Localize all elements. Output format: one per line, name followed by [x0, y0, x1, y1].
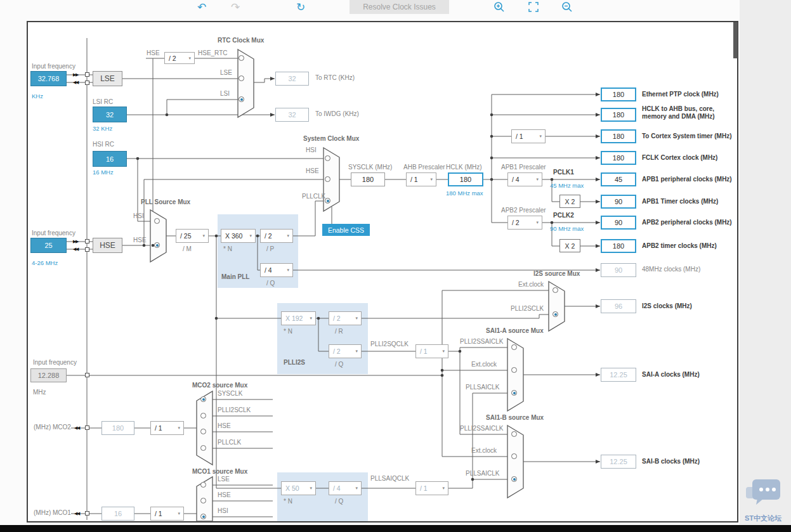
plli2s-q-label: / Q [335, 361, 343, 368]
pllsai-div-q-dropdown[interactable]: / 4▾ [329, 481, 362, 495]
hse-frequency-input[interactable]: 25 [30, 238, 67, 253]
redo-icon[interactable]: ↷ [229, 1, 242, 13]
i2s-extclock-label: Ext.clock [518, 281, 544, 288]
mco2-source-mux-title: MCO2 source Mux [192, 382, 247, 389]
mco2-value-box: 180 [101, 421, 134, 435]
pllsai-mul-n-value: X 50 [285, 484, 299, 492]
sai1a-radio-plli2ssaiclk[interactable] [511, 344, 517, 350]
i2smux-radio-extclock[interactable] [552, 287, 558, 293]
sai1b-radio-plli2ssaiclk[interactable] [511, 431, 517, 437]
mco2-hse-label: HSE [218, 422, 231, 429]
pllsai-mul-n-dropdown[interactable]: X 50▾ [281, 481, 316, 495]
pll-n-label: * N [223, 245, 232, 252]
lse-unit-label: KHz [32, 93, 43, 100]
hclk-max-label: 180 MHz max [446, 190, 483, 197]
rtc-hse-divider-value: / 2 [169, 55, 176, 62]
hclk-ahb-label-line2: memory and DMA (MHz) [642, 113, 715, 120]
forum-watermark-icon [743, 477, 783, 510]
bus-pin [85, 239, 89, 243]
pllsai-q-label: / Q [335, 498, 343, 505]
i2s-ckin-frequency-input[interactable]: 12.288 [30, 368, 67, 382]
cortex-timer-divider-dropdown[interactable]: / 1▾ [511, 129, 546, 143]
refresh-icon[interactable]: ↻ [294, 1, 307, 13]
bus-pin [85, 511, 89, 516]
i2smux-radio-plli2sclk[interactable] [552, 311, 558, 317]
pll-div-m-dropdown[interactable]: / 25▾ [176, 229, 209, 243]
pll-mul-n-dropdown[interactable]: X 360▾ [221, 229, 256, 243]
chevron-down-icon: ▾ [355, 486, 358, 491]
pll-q-label: / Q [266, 280, 275, 287]
undo-icon[interactable]: ↶ [195, 1, 208, 13]
plli2s-div-q-dropdown[interactable]: / 2▾ [329, 344, 362, 358]
sai1a-radio-pllsaiclk[interactable] [511, 390, 517, 396]
lse-source-box: LSE [93, 71, 122, 86]
sai1b-radio-pllsaiclk[interactable] [511, 476, 517, 482]
plli2sq-divider-dropdown[interactable]: / 1▾ [415, 344, 448, 358]
mco2-divider-dropdown[interactable]: / 1▾ [150, 421, 184, 435]
system-clock-mux-title: System Clock Mux [303, 135, 359, 142]
clk48-value-box: 90 [601, 263, 636, 277]
sysmux-radio-hse[interactable] [325, 176, 330, 182]
plli2s-div-r-dropdown[interactable]: / 2▾ [329, 311, 362, 325]
zoom-in-icon[interactable] [493, 1, 506, 13]
pll-div-q-dropdown[interactable]: / 4▾ [260, 263, 293, 277]
sysmux-radio-hsi[interactable] [325, 155, 330, 161]
rtc-hse-divider-dropdown[interactable]: / 2▾ [164, 52, 195, 64]
pllsaiq-divider-dropdown[interactable]: / 1▾ [415, 481, 448, 495]
mco1-radio-lse[interactable] [200, 482, 206, 488]
pllsai-panel [277, 472, 368, 521]
pllmux-radio-hse[interactable] [154, 242, 160, 248]
pll-div-p-dropdown[interactable]: / 2▾ [260, 229, 293, 243]
mco2-radio-plli2sclk[interactable] [200, 413, 206, 418]
mco1-radio-hse[interactable] [200, 498, 206, 503]
mco2-plli2sclk-label: PLLI2SCLK [218, 406, 251, 413]
sysmux-radio-pllclk[interactable] [325, 198, 330, 204]
pllsaiq-divider-value: / 1 [420, 484, 428, 492]
i2s-ckin-unit-label: MHz [33, 389, 46, 396]
plli2s-r-label: / R [335, 328, 343, 335]
hclk-ahb-value-box: 180 [601, 108, 636, 122]
lsi-unit-label: 32 KHz [93, 125, 112, 132]
enable-css-button[interactable]: Enable CSS [322, 224, 370, 236]
plli2s-mul-n-dropdown[interactable]: X 192▾ [281, 311, 316, 325]
ahb-prescaler-dropdown[interactable]: / 1▾ [406, 172, 436, 186]
chevron-down-icon: ▾ [310, 316, 312, 321]
apb2-prescaler-dropdown[interactable]: / 2▾ [507, 216, 542, 230]
pllmux-hse-label: HSE [133, 237, 147, 243]
right-margin [740, 0, 791, 525]
pll-m-label: / M [183, 245, 192, 252]
zoom-out-icon[interactable] [561, 1, 573, 13]
mco2-radio-pllclk[interactable] [200, 445, 206, 451]
rtc-mux-radio-lse[interactable] [239, 75, 244, 81]
hclk-value-box[interactable]: 180 [448, 172, 483, 186]
mco2-radio-sysclk[interactable] [200, 396, 206, 402]
hse-rtc-label: HSE_RTC [198, 49, 228, 56]
pll-source-mux-title: PLL Source Mux [141, 198, 190, 205]
mco2-radio-hse[interactable] [200, 429, 206, 434]
mco1-divider-dropdown[interactable]: / 1▾ [150, 507, 184, 521]
pll-div-q-value: / 4 [265, 266, 272, 274]
sai1b-radio-extclock[interactable] [511, 453, 517, 459]
sai1a-radio-extclock[interactable] [511, 367, 517, 373]
fclk-value-box: 180 [601, 151, 636, 165]
rtc-mux-radio-lsi[interactable] [239, 96, 244, 102]
chevron-down-icon: ▾ [536, 220, 539, 225]
to-iwdg-label: To IWDG (KHz) [315, 110, 359, 117]
ethernet-ptp-label: Ethernet PTP clock (MHz) [642, 91, 719, 98]
lsi-frequency-box[interactable]: 32 [93, 107, 127, 122]
sai1b-pllsaiclk-label: PLLSAICLK [466, 470, 499, 477]
rtc-mux-radio-hse-rtc[interactable] [239, 55, 244, 61]
apb1-prescaler-dropdown[interactable]: / 4▾ [507, 172, 542, 186]
pclk1-label: PCLK1 [553, 169, 574, 176]
hsi-frequency-box[interactable]: 16 [93, 151, 127, 167]
fit-to-screen-icon[interactable] [527, 1, 540, 13]
chevron-down-icon: ▾ [442, 486, 445, 491]
resolve-clock-issues-button[interactable]: Resolve Clock Issues [350, 0, 449, 14]
sai1a-extclock-label: Ext.clock [471, 361, 497, 368]
apb2-timer-multiplier-box: X 2 [559, 239, 580, 252]
canvas-scrollbar-thumb[interactable] [733, 22, 738, 58]
bus-pin [85, 373, 89, 377]
lse-frequency-input[interactable]: 32.768 [30, 71, 67, 86]
pllmux-radio-hsi[interactable] [154, 218, 160, 224]
mco1-radio-hsi[interactable] [200, 514, 206, 519]
